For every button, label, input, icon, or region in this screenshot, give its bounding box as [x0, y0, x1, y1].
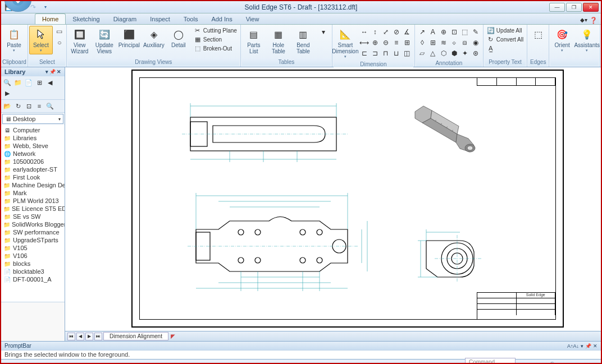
close-button[interactable]: ✕: [583, 3, 599, 12]
pb-font-icon[interactable]: A↑A↓: [567, 343, 579, 349]
edges-button[interactable]: ⬚: [528, 26, 548, 43]
command-finder-input[interactable]: Command Finder: [465, 358, 516, 365]
tab-view[interactable]: View: [239, 14, 266, 24]
dim-tool[interactable]: ↕: [370, 27, 380, 37]
status-icon[interactable]: ⊡: [559, 361, 567, 365]
pin-icon[interactable]: 📌: [49, 69, 56, 75]
sheet-nav-last[interactable]: ⏭: [94, 333, 102, 340]
select-button[interactable]: Select ▾: [29, 26, 53, 54]
help-dropdown-icon[interactable]: ◆▾: [580, 17, 587, 24]
status-icon[interactable]: ⬚: [519, 361, 527, 365]
update-all-button[interactable]: 🔄Update All: [485, 26, 526, 35]
property-text-more[interactable]: A̲: [485, 44, 526, 53]
dim-tool[interactable]: ⊔: [391, 48, 402, 58]
tables-more-button[interactable]: ▾: [316, 26, 331, 38]
anno-tool[interactable]: ⬢: [449, 48, 459, 58]
lib-tool[interactable]: ◀: [45, 77, 55, 87]
tree-item[interactable]: 📁Mark: [1, 189, 65, 197]
pb-pin-icon[interactable]: 📌: [585, 343, 591, 349]
tree-item[interactable]: 📁SW performance: [1, 228, 65, 236]
lib-tool[interactable]: 🔍: [2, 77, 12, 87]
maximize-button[interactable]: ❐: [566, 3, 582, 12]
dim-tool[interactable]: ≡: [391, 38, 402, 48]
dim-tool[interactable]: ⊞: [402, 38, 412, 48]
sheet-tab[interactable]: Dimension Alignment: [103, 332, 168, 340]
lib-tool[interactable]: ⊡: [24, 101, 34, 111]
tree-item[interactable]: 📁V106: [1, 252, 65, 260]
anno-tool[interactable]: △: [428, 48, 438, 58]
dim-tool[interactable]: ∡: [402, 27, 412, 37]
convert-all-button[interactable]: ↻Convert All: [485, 35, 526, 44]
close-panel-icon[interactable]: ✕: [57, 69, 61, 75]
bend-table-button[interactable]: ▥Bend Table: [291, 26, 315, 56]
sheet-nav-prev[interactable]: ◀: [76, 333, 84, 340]
status-icon[interactable]: ⊙: [590, 361, 598, 365]
tree-item[interactable]: 🖥Computer: [1, 126, 65, 134]
dim-tool[interactable]: ⊐: [370, 48, 380, 58]
pb-close-icon[interactable]: ✕: [593, 343, 598, 349]
status-zoom-in[interactable]: ⊕: [580, 361, 587, 365]
tree-item[interactable]: 📁blocks: [1, 260, 65, 268]
hole-table-button[interactable]: ▦Hole Table: [267, 26, 290, 56]
anno-tool[interactable]: ◉: [471, 38, 481, 48]
anno-tool[interactable]: ⬡: [439, 48, 449, 58]
anno-tool[interactable]: ⬚: [460, 27, 470, 37]
tree-item[interactable]: 📁Libraries: [1, 134, 65, 142]
sheet-nav-first[interactable]: ⏮: [67, 333, 75, 340]
lib-tool[interactable]: 📄: [24, 77, 34, 87]
tree-item[interactable]: 📁Webb, Steve: [1, 142, 65, 150]
library-location-combo[interactable]: 🖥 Desktop▾: [2, 114, 63, 124]
dim-tool[interactable]: ↔: [359, 27, 370, 37]
anno-tool[interactable]: ↗: [417, 27, 427, 37]
minimize-button[interactable]: —: [549, 3, 565, 12]
anno-tool[interactable]: ✎: [471, 27, 481, 37]
anno-tool[interactable]: ⦻: [460, 38, 470, 48]
lib-tool[interactable]: ≡: [34, 101, 44, 111]
anno-tool[interactable]: ✦: [460, 48, 470, 58]
status-icon[interactable]: ⊕: [539, 361, 547, 365]
tree-item[interactable]: 📁Machine Design Demo: [1, 181, 65, 189]
status-icon[interactable]: 🔍: [549, 361, 557, 365]
tree-item[interactable]: 📁SolidWorks Blogger train: [1, 220, 65, 228]
section-button[interactable]: ▦Section: [191, 35, 239, 44]
lib-tool[interactable]: 📂: [2, 101, 12, 111]
parts-list-button[interactable]: ▤Parts List: [242, 26, 266, 56]
anno-tool[interactable]: ≋: [439, 38, 449, 48]
dim-tool[interactable]: ⊕: [370, 38, 380, 48]
help-icon[interactable]: ❓: [590, 17, 598, 24]
anno-tool[interactable]: ▱: [417, 48, 427, 58]
dim-tool[interactable]: ⊖: [381, 38, 391, 48]
broken-out-button[interactable]: ⬚Broken-Out: [191, 44, 239, 53]
tab-addins[interactable]: Add Ins: [204, 14, 239, 24]
library-tree[interactable]: 🖥Computer📁Libraries📁Webb, Steve🌐Network📁…: [1, 125, 65, 302]
tab-inspect[interactable]: Inspect: [143, 14, 176, 24]
tree-item[interactable]: 📄DFT-00001_A: [1, 275, 65, 283]
tab-sketching[interactable]: Sketching: [66, 14, 106, 24]
anno-tool[interactable]: ◊: [417, 38, 427, 48]
dim-tool[interactable]: ⤢: [381, 27, 391, 37]
auxiliary-button[interactable]: ◈Auxiliary: [142, 26, 166, 50]
dim-tool[interactable]: ⊘: [391, 27, 402, 37]
drawing-canvas[interactable]: Solid Edge: [65, 67, 601, 331]
smart-dimension-button[interactable]: 📐Smart Dimension▾: [334, 26, 357, 61]
principal-button[interactable]: ⬛Principal: [117, 26, 141, 50]
tree-item[interactable]: 📁SE vs SW: [1, 213, 65, 220]
sheet-nav-next[interactable]: ▶: [85, 333, 93, 340]
tree-item[interactable]: 📁V105: [1, 244, 65, 252]
anno-tool[interactable]: ⊞: [428, 38, 438, 48]
select-tool-2[interactable]: ○: [54, 37, 65, 48]
lib-tool[interactable]: ↻: [13, 101, 23, 111]
lib-tool[interactable]: ▶: [2, 88, 12, 98]
dim-tool[interactable]: ⟷: [359, 38, 370, 48]
tab-home[interactable]: Home: [35, 13, 66, 24]
pin-icon[interactable]: ▾: [45, 69, 48, 75]
paste-button[interactable]: 📋 Paste ▾: [2, 26, 26, 54]
tab-diagram[interactable]: Diagram: [107, 14, 144, 24]
detail-button[interactable]: ◯Detail: [167, 26, 190, 50]
anno-tool[interactable]: ⟐: [449, 38, 459, 48]
tab-tools[interactable]: Tools: [177, 14, 205, 24]
assistants-button[interactable]: 💡Assistants▾: [575, 26, 599, 54]
lib-tool[interactable]: ⊞: [34, 77, 44, 87]
tree-item[interactable]: 🌐Network: [1, 150, 65, 158]
cutting-plane-button[interactable]: ✂Cutting Plane: [191, 26, 239, 35]
